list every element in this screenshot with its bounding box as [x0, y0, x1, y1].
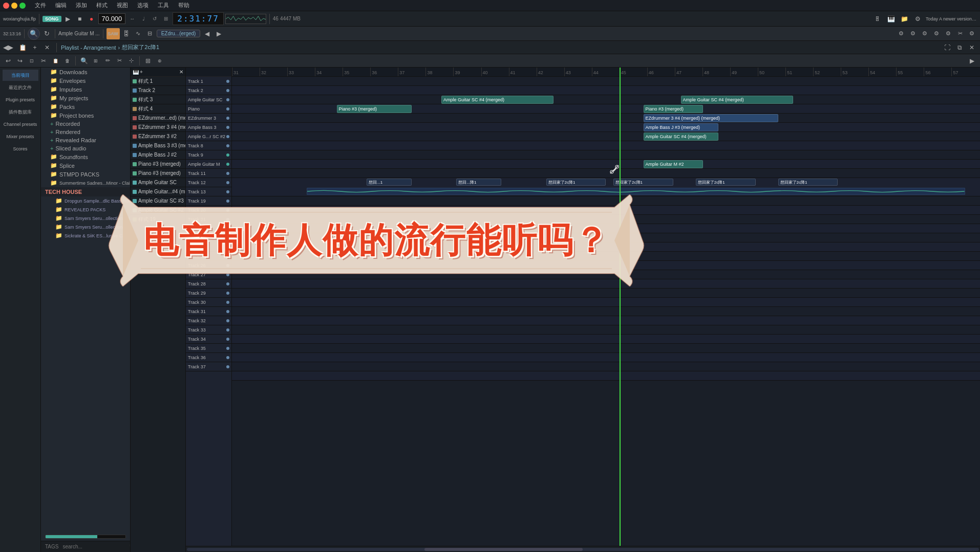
- track-row-31[interactable]: Track 31: [186, 307, 231, 316]
- select-tool[interactable]: ⊹: [126, 56, 136, 66]
- track-row-11[interactable]: Track 11: [186, 169, 231, 178]
- settings-icon[interactable]: ⚙: [912, 14, 923, 24]
- mixer-icon[interactable]: 🎚: [872, 14, 883, 24]
- track-row-0[interactable]: Track 1: [186, 77, 231, 86]
- arr-track-21[interactable]: [232, 224, 980, 233]
- clip-ample-guitar-1[interactable]: Ample Guitar SC #4 (merged): [441, 96, 553, 104]
- track-row-30[interactable]: Track 30: [186, 298, 231, 307]
- arr-track-27[interactable]: [232, 279, 980, 289]
- browser-rendered[interactable]: + Rendered: [41, 128, 130, 136]
- clip-item-7[interactable]: Ample Bass 3 #3 (merged): [131, 141, 185, 150]
- track-row-37[interactable]: Track 37: [186, 362, 231, 371]
- song-badge[interactable]: SONG: [42, 16, 61, 22]
- arr-track-20[interactable]: [232, 215, 980, 224]
- clip-item-0[interactable]: 样式 1: [131, 77, 185, 86]
- track-row-22[interactable]: Track 22: [186, 224, 231, 233]
- track-row-ample-g[interactable]: Ample G...r SC #2: [186, 132, 231, 141]
- browser-summertime[interactable]: 📁 Summertime Sadnes...Minor - Claire: [41, 179, 130, 187]
- clip-item-2[interactable]: 样式 3: [131, 95, 185, 104]
- sidebar-plugin-db[interactable]: 插件数据库: [3, 106, 38, 118]
- arr-track-33[interactable]: [232, 335, 980, 344]
- window-close[interactable]: ✕: [967, 42, 977, 53]
- clip-xianghui-6[interactable]: 想回家了2c降1: [778, 179, 838, 186]
- clip-ezdrummer[interactable]: EZdrummer 3 #4 (merged) (merged): [644, 114, 778, 122]
- record-button[interactable]: ●: [87, 14, 97, 24]
- track-row-13[interactable]: Track 13: [186, 187, 231, 196]
- scroll-right-icon[interactable]: ▶: [967, 56, 977, 66]
- tags-search-input[interactable]: [62, 544, 127, 549]
- track-row-32[interactable]: Track 32: [186, 316, 231, 325]
- track-row-23[interactable]: Track 23: [186, 233, 231, 242]
- clip-piano-1[interactable]: Piano #3 (merged): [337, 105, 412, 113]
- sidebar-plugin-presets[interactable]: Plugin presets: [3, 94, 38, 105]
- synth-icon2[interactable]: 🎛: [121, 29, 132, 39]
- play-button[interactable]: ▶: [63, 14, 73, 24]
- browser-revealed-radar[interactable]: + Revealed Radar: [41, 136, 130, 144]
- clip-item-12[interactable]: Ample Guitar...#4 (merged): [131, 187, 185, 196]
- horizontal-scrollbar[interactable]: [186, 546, 980, 552]
- clip-item-10[interactable]: Piano #3 (merged): [131, 169, 185, 178]
- arr-track-13[interactable]: [232, 196, 980, 206]
- tool3-icon[interactable]: ⚙: [920, 29, 930, 39]
- clip-item-4[interactable]: EZdrummer...ed) (merged): [131, 114, 185, 123]
- track-row-8[interactable]: Track 8: [186, 141, 231, 150]
- paste-icon[interactable]: 📋: [50, 56, 60, 66]
- browser-my-projects[interactable]: 📁 My projects: [41, 94, 130, 102]
- tool1-icon[interactable]: ⚙: [896, 29, 906, 39]
- clip-item-5[interactable]: EZdrummer 3 #4 (merged): [131, 123, 185, 132]
- tool6-icon[interactable]: ✂: [955, 29, 965, 39]
- tool7-icon[interactable]: ⚙: [967, 29, 977, 39]
- menu-edit[interactable]: 编辑: [51, 1, 71, 10]
- nav-arrows[interactable]: ◀▶: [3, 43, 13, 51]
- track-row-ezdrummer[interactable]: EZdrummer 3: [186, 114, 231, 123]
- track-row-ample-bass[interactable]: Ample Bass 3: [186, 123, 231, 132]
- sidebar-recent-files[interactable]: 最近的文件: [3, 82, 38, 93]
- sidebar-current-project[interactable]: 当前项目: [3, 70, 38, 81]
- tool4-icon[interactable]: ⚙: [931, 29, 942, 39]
- track-row-29[interactable]: Track 29: [186, 289, 231, 298]
- browser-downloads[interactable]: 📁 Downloads: [41, 68, 130, 76]
- cut-icon[interactable]: ✂: [38, 56, 49, 66]
- clip-xianghui-1[interactable]: 想回...1: [367, 179, 412, 186]
- redo-icon[interactable]: ↪: [15, 56, 25, 66]
- arr-track-ezdrummer[interactable]: EZdrummer 3 #4 (merged) (merged): [232, 114, 980, 123]
- arr-track-36[interactable]: [232, 362, 980, 371]
- clip-xianghui-5[interactable]: 想回家了2c降1: [696, 179, 756, 186]
- select-all-icon[interactable]: ⊡: [27, 56, 37, 66]
- clip-ample-bass[interactable]: Ample Bass J #3 (merged): [644, 123, 718, 131]
- refresh-icon[interactable]: ↻: [41, 29, 52, 39]
- envelope-icon[interactable]: ∿: [133, 29, 143, 39]
- track-row-ample-guitar[interactable]: Ample Guitar SC: [186, 95, 231, 104]
- arr-track-1[interactable]: [232, 77, 980, 86]
- menu-options[interactable]: 选项: [133, 1, 153, 10]
- tech-house-item-revealed[interactable]: 📁 REVEALED PACKS: [41, 205, 130, 214]
- clip-ample-g2[interactable]: Ample Guitar SC #4 (merged): [644, 133, 718, 141]
- playlist-icon[interactable]: 📋: [17, 42, 28, 53]
- clip-xianghui-3[interactable]: 想回家了2c降1: [546, 179, 606, 186]
- search-icon[interactable]: 🔍: [28, 28, 40, 40]
- browser-recorded[interactable]: + Recorded: [41, 120, 130, 128]
- tool5-icon[interactable]: ⚙: [943, 29, 953, 39]
- track-row-36[interactable]: Track 36: [186, 353, 231, 362]
- arrangement-area[interactable]: 31 32 33 34 35 36 37 38 39 40 41 42 43 4…: [232, 68, 980, 546]
- slice-tool[interactable]: ✂: [114, 56, 124, 66]
- clip-item-6[interactable]: EZdrummer 3 #2: [131, 132, 185, 141]
- arr-track-25[interactable]: [232, 261, 980, 270]
- arr-track-19[interactable]: [232, 206, 980, 215]
- tech-house-item-sam2[interactable]: 📁 Sam Smyers Seru...ollection Vol. 1: [41, 223, 130, 231]
- zoom-in-icon[interactable]: 🔍: [79, 56, 89, 66]
- browser-soundfonts[interactable]: 📁 Soundfonts: [41, 152, 130, 161]
- track-row-24[interactable]: Track 24: [186, 242, 231, 252]
- arr-track-37[interactable]: [232, 371, 980, 381]
- sidebar-mixer-presets[interactable]: Mixer presets: [3, 131, 38, 142]
- clip-item-8[interactable]: Ample Bass J #2: [131, 150, 185, 160]
- piano-roll-icon[interactable]: 🎹: [886, 14, 896, 24]
- menu-file[interactable]: 文件: [31, 1, 50, 10]
- browser-splice[interactable]: 📁 Splice: [41, 161, 130, 170]
- browser-project-bones[interactable]: 📁 Project bones: [41, 111, 130, 120]
- clip-ample-guitar-2[interactable]: Ample Guitar SC #4 (merged): [681, 96, 793, 104]
- track-row-20[interactable]: Track 20: [186, 206, 231, 215]
- breadcrumb-playlist[interactable]: Playlist - Arrangement: [61, 45, 116, 51]
- snap-icon[interactable]: ⊕: [155, 56, 165, 66]
- right-arrow[interactable]: ▶: [214, 29, 224, 39]
